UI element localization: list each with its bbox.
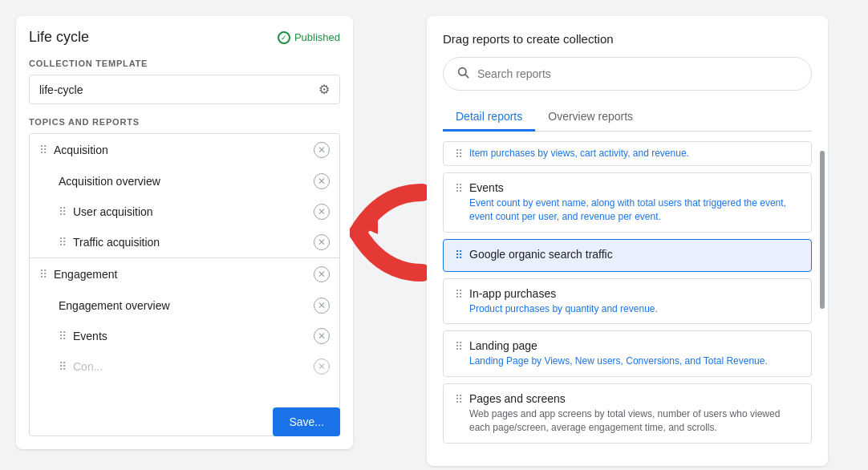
drag-handle-events-right[interactable]: ⠿ xyxy=(455,182,463,195)
drag-handle-traffic-acq[interactable]: ⠿ xyxy=(59,236,67,249)
topics-list: ⠿ Acquisition ✕ Acquisition overview ✕ ⠿… xyxy=(29,133,340,436)
save-button[interactable]: Save... xyxy=(273,407,340,436)
left-panel: Life cycle ✓ Published COLLECTION TEMPLA… xyxy=(16,16,353,449)
report-card-pages-screens[interactable]: ⠿ Pages and screens Web pages and app sc… xyxy=(443,383,812,444)
published-badge: ✓ Published xyxy=(278,31,340,44)
scrollbar[interactable] xyxy=(820,151,825,308)
published-label: Published xyxy=(294,31,340,43)
report-card-in-app-purchases[interactable]: ⠿ In-app purchases Product purchases by … xyxy=(443,278,812,325)
remove-conversions[interactable]: ✕ xyxy=(314,359,330,375)
topic-name-engagement: Engagement xyxy=(54,268,117,281)
report-conversions: Con... xyxy=(73,360,103,373)
tabs-row: Detail reports Overview reports xyxy=(443,103,812,132)
panel-header: Life cycle ✓ Published xyxy=(29,29,340,46)
reports-list: ⠿ Item purchases by views, cart activity… xyxy=(443,141,812,450)
tab-overview-reports[interactable]: Overview reports xyxy=(535,103,646,132)
topic-group-engagement: ⠿ Engagement ✕ Engagement overview ✕ ⠿ E… xyxy=(30,258,339,382)
topic-row-engagement[interactable]: ⠿ Engagement ✕ xyxy=(30,258,339,290)
report-card-landing-page[interactable]: ⠿ Landing page Landing Page by Views, Ne… xyxy=(443,330,812,377)
svg-line-3 xyxy=(465,75,468,78)
topics-label: TOPICS AND REPORTS xyxy=(29,117,340,127)
drag-handle-engagement[interactable]: ⠿ xyxy=(39,268,47,281)
remove-engagement[interactable]: ✕ xyxy=(314,266,330,282)
google-organic-title: Google organic search traffic xyxy=(469,248,800,261)
remove-traffic-acquisition[interactable]: ✕ xyxy=(314,234,330,250)
search-input[interactable] xyxy=(477,67,798,80)
sub-row-conversions[interactable]: ⠿ Con... ✕ xyxy=(30,351,339,382)
events-left: ⠿ Events xyxy=(59,330,107,342)
collection-template-label: COLLECTION TEMPLATE xyxy=(29,59,340,68)
landing-page-title: Landing page xyxy=(469,339,800,352)
remove-engagement-overview[interactable]: ✕ xyxy=(314,298,330,314)
events-title: Events xyxy=(469,181,800,194)
traffic-acq-left: ⠿ Traffic acquisition xyxy=(59,236,160,249)
report-card-google-organic[interactable]: ⠿ Google organic search traffic xyxy=(443,239,812,272)
report-acquisition-overview: Acquisition overview xyxy=(59,175,160,188)
remove-user-acquisition[interactable]: ✕ xyxy=(314,204,330,220)
drag-handle-item-purchases[interactable]: ⠿ xyxy=(455,148,463,160)
search-box[interactable] xyxy=(443,57,812,91)
report-card-events[interactable]: ⠿ Events Event count by event name, alon… xyxy=(443,172,812,233)
template-row: life-cycle ⚙ xyxy=(29,75,340,104)
in-app-title: In-app purchases xyxy=(469,287,800,300)
landing-page-desc: Landing Page by Views, New users, Conver… xyxy=(469,355,800,368)
remove-acquisition[interactable]: ✕ xyxy=(314,142,330,158)
drag-handle-google-organic[interactable]: ⠿ xyxy=(455,249,463,261)
published-icon: ✓ xyxy=(278,31,290,44)
drag-handle-conversions[interactable]: ⠿ xyxy=(59,360,67,373)
remove-acquisition-overview[interactable]: ✕ xyxy=(314,173,330,189)
report-traffic-acquisition: Traffic acquisition xyxy=(73,236,160,249)
events-desc: Event count by event name, along with to… xyxy=(469,197,800,224)
remove-events[interactable]: ✕ xyxy=(314,328,330,344)
drag-title: Drag reports to create collection xyxy=(443,32,812,46)
sub-row-acquisition-overview[interactable]: Acquisition overview ✕ xyxy=(30,166,339,197)
topic-row-acquisition[interactable]: ⠿ Acquisition ✕ xyxy=(30,134,339,166)
sub-row-user-acquisition[interactable]: ⠿ User acquisition ✕ xyxy=(30,197,339,227)
user-acq-left: ⠿ User acquisition xyxy=(59,205,153,218)
topic-name-acquisition: Acquisition xyxy=(54,144,108,156)
pages-screens-title: Pages and screens xyxy=(469,392,800,405)
drag-handle-pages-screens[interactable]: ⠿ xyxy=(455,393,463,406)
topic-group-acquisition: ⠿ Acquisition ✕ Acquisition overview ✕ ⠿… xyxy=(30,134,339,258)
settings-icon[interactable]: ⚙ xyxy=(318,82,330,97)
engagement-left: ⠿ Engagement xyxy=(39,268,117,281)
right-panel: Drag reports to create collection Detail… xyxy=(427,16,828,466)
report-card-item-purchases[interactable]: ⠿ Item purchases by views, cart activity… xyxy=(443,141,812,166)
sub-row-traffic-acquisition[interactable]: ⠿ Traffic acquisition ✕ xyxy=(30,227,339,257)
in-app-desc: Product purchases by quantity and revenu… xyxy=(469,302,800,316)
pages-screens-desc: Web pages and app screens by total views… xyxy=(469,407,800,435)
topic-left: ⠿ Acquisition xyxy=(39,144,108,156)
report-engagement-overview: Engagement overview xyxy=(59,299,170,312)
tab-detail-reports[interactable]: Detail reports xyxy=(443,103,535,132)
arrow-container xyxy=(366,16,414,449)
drag-handle-in-app[interactable]: ⠿ xyxy=(455,288,463,301)
drag-handle-events[interactable]: ⠿ xyxy=(59,330,67,342)
panel-title: Life cycle xyxy=(29,29,89,46)
sub-row-engagement-overview[interactable]: Engagement overview ✕ xyxy=(30,290,339,321)
conversions-left: ⠿ Con... xyxy=(59,360,103,373)
sub-row-events[interactable]: ⠿ Events ✕ xyxy=(30,321,339,351)
drag-handle-user-acq[interactable]: ⠿ xyxy=(59,205,67,218)
report-user-acquisition: User acquisition xyxy=(73,205,153,218)
template-name: life-cycle xyxy=(39,83,83,96)
report-events: Events xyxy=(73,330,107,342)
arrow-svg xyxy=(350,176,430,289)
drag-handle-acquisition[interactable]: ⠿ xyxy=(39,144,47,156)
search-icon xyxy=(456,66,469,82)
drag-handle-landing-page[interactable]: ⠿ xyxy=(455,340,463,353)
item-purchases-desc: Item purchases by views, cart activity, … xyxy=(469,147,800,160)
